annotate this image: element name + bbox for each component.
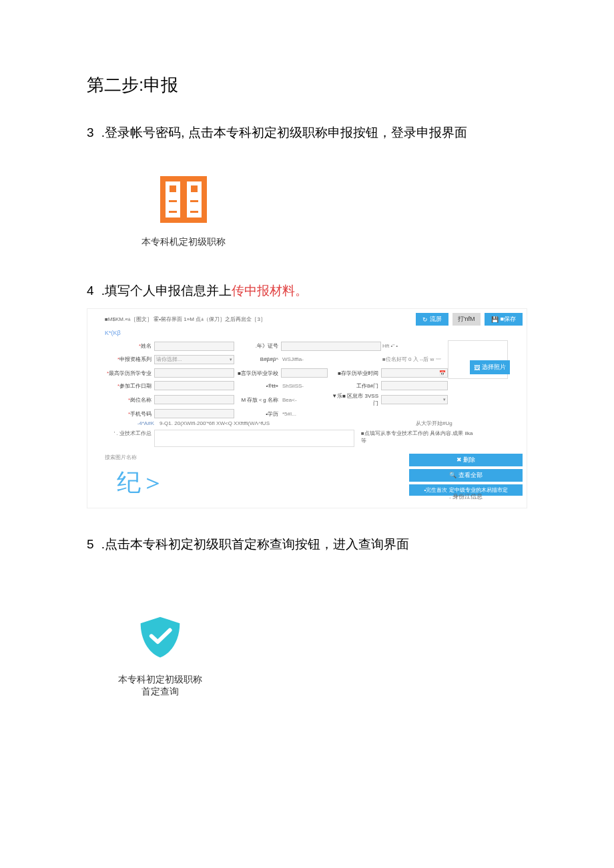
chevron-down-icon: ▾ [443, 397, 446, 402]
val-r5c2: Bea<- [281, 397, 328, 403]
form-panel: ■M$KM.«±［图文］ 霍•留存界面 1»M 点±（保刀］之后再息金［3］ ↻… [87, 308, 527, 508]
select-district[interactable]: ▾ [381, 395, 448, 404]
lbl-dept: 工作8#门 [356, 383, 378, 389]
tile-apply-label: 本专科机定初级职称 [123, 236, 244, 248]
select-series[interactable]: 请你选择...▾ [154, 355, 234, 364]
input-gradtime[interactable]: 📅 [381, 368, 448, 378]
calendar-icon: 📅 [439, 370, 446, 376]
lbl-summary: ' . 业技术工作总 [94, 430, 154, 447]
val-r2c2: WSJiffia- [281, 356, 381, 362]
textarea-summary[interactable] [154, 430, 354, 447]
form-grid: *姓名 .年》证号 Hft •" • 🖼 选择照片 *申报资格系列 请你选择..… [91, 340, 523, 418]
chevron-down-icon: ▾ [230, 357, 232, 362]
apply-icon [160, 176, 207, 223]
lbl-series: 申报资格系列 [119, 356, 151, 362]
addr-right: 从大学开始#Ug [416, 420, 523, 427]
tile-apply[interactable]: 本专科机定初级职称 [123, 176, 244, 248]
val-edu: *5#I... [281, 411, 328, 417]
para-5-num: 5 [87, 537, 94, 551]
lbl-r4c2: •®tt» [266, 383, 278, 389]
select-photo-button[interactable]: 🖼 选择照片 [470, 360, 510, 374]
lbl-phone: 手机号码 [130, 411, 151, 417]
input-idno[interactable] [281, 342, 381, 351]
val-r4c2: ShSiiSS- [281, 383, 328, 389]
ji-text: 纪＞ [91, 466, 165, 499]
step-title: 第二步:申报 [87, 73, 527, 97]
input-major[interactable] [154, 368, 234, 378]
refresh-button[interactable]: ↻ 流屏 [416, 313, 448, 326]
para-5-text: .点击本专科初定初级职首定称查询按钮，进入查询界面 [101, 537, 409, 551]
para-3-text: .登录帐号密码, 点击本专科初定初级职称申报按钮，登录申报界面 [101, 125, 467, 139]
para-3: 3 .登录帐号密码, 点击本专科初定初级职称申报按钮，登录申报界面 [87, 123, 527, 143]
photo-area: 🖼 选择照片 [448, 340, 508, 379]
para-4-text: .填写个人申报信息并上 [101, 284, 232, 298]
lbl-name: 姓名 [141, 343, 151, 349]
input-post[interactable] [154, 395, 234, 404]
tile-query[interactable]: 本专科初定初级职称 首定查询 [100, 574, 220, 697]
lbl-issuer: M 存放＜g 名称 [241, 397, 278, 403]
lbl-major: 最高学历所学专业 [109, 370, 151, 376]
summary-note: ■点填写从事专业技术工作的 具体内容.成果 ilka 等 [354, 430, 475, 447]
save-button[interactable]: 💾 ■保存 [485, 313, 523, 326]
input-workdate[interactable] [154, 381, 234, 390]
addr-detail: 9-Q1. 20(XWIfI-200'*6fI XW<Q XXftffi(WΛ^… [160, 420, 410, 426]
print-button[interactable]: 打'nfM [452, 313, 481, 326]
input-dept[interactable] [381, 381, 448, 390]
lbl-addr: -4*A#K [94, 420, 154, 426]
para-4-text-red: 传中报材料。 [232, 284, 308, 298]
lbl-r1c3: Hft •" • [381, 343, 448, 349]
lbl-workdate: 参加工作日期 [119, 383, 151, 389]
para-3-num: 3 [87, 125, 94, 139]
tile-query-label-1: 本专科初定初级职称 [100, 673, 220, 685]
lbl-edu: •学历 [266, 411, 278, 417]
lbl-r2c3: ■位名好可 0 入 --后 w 一 [381, 356, 448, 363]
form-hint: ■M$KM.«±［图文］ 霍•留存界面 1»M 点±（保刀］之后再息金［3］ [91, 316, 266, 323]
view-all-button[interactable]: 🔍 查看全部 [409, 469, 523, 482]
application-no: K*(Kβ [91, 330, 523, 336]
image-icon: 🖼 [474, 364, 480, 371]
input-school[interactable] [281, 368, 328, 378]
lbl-idno: .年》证号 [256, 343, 278, 349]
shield-check-icon [135, 614, 185, 659]
input-phone[interactable] [154, 409, 234, 418]
lbl-district: ▼乐■ 区息市 3VSS门 [332, 393, 378, 406]
delete-button[interactable]: ✖ 删除 [409, 454, 523, 466]
para-4: 4 .填写个人申报信息并上传中报材料。 [87, 282, 527, 301]
lbl-post: 岗位名称 [130, 397, 151, 403]
lbl-school: ■言学历毕业学校 [238, 370, 278, 376]
input-name[interactable] [154, 342, 234, 351]
lbl-r2c2: B#β#β^ [260, 356, 278, 362]
search-image-label: 搜索图片名称 [91, 454, 137, 461]
para-5: 5 .点击本专科初定初级职首定称查询按钮，进入查询界面 [87, 535, 527, 554]
tile-query-label-2: 首定查询 [100, 685, 220, 697]
lbl-gradtime: ■存学历毕业时间 [338, 370, 378, 376]
para-4-num: 4 [87, 284, 94, 298]
